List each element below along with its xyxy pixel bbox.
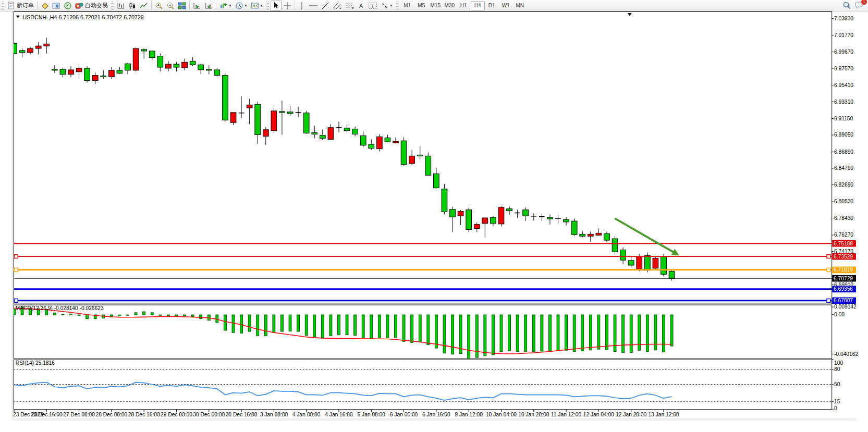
line-handle[interactable] bbox=[827, 255, 830, 258]
toolbar-grip[interactable] bbox=[266, 2, 269, 10]
text-button[interactable]: A bbox=[356, 1, 366, 11]
macd-histogram-bar bbox=[468, 315, 470, 360]
candle-body bbox=[117, 70, 123, 73]
macd-histogram-bar bbox=[427, 315, 430, 344]
timeframe-button-d1[interactable]: D1 bbox=[485, 1, 499, 10]
auto-trading-button[interactable]: 自动交易 bbox=[74, 1, 109, 11]
text-label-button[interactable]: T bbox=[366, 1, 379, 11]
candle-body bbox=[385, 138, 390, 142]
time-tick-label: 28 Dec 16:00 bbox=[128, 412, 160, 417]
fibonacci-button[interactable]: F bbox=[344, 1, 356, 11]
macd-histogram-bar bbox=[362, 315, 364, 338]
navigator-button[interactable] bbox=[51, 1, 62, 11]
macd-histogram-bar bbox=[191, 315, 194, 317]
time-tick-label: 11 Jan 12:00 bbox=[551, 412, 582, 417]
time-tick-label: 23 Dec 16:00 bbox=[31, 412, 63, 417]
timeframe-button-m15[interactable]: M15 bbox=[429, 1, 443, 10]
candle-body bbox=[312, 133, 317, 134]
timeframe-button-m30[interactable]: M30 bbox=[443, 1, 457, 10]
trendline-icon bbox=[321, 2, 329, 10]
macd-axis-label: 0.009142 bbox=[834, 304, 857, 310]
chevron-down-icon: ▼ bbox=[244, 4, 248, 7]
auto-scroll-button[interactable] bbox=[191, 1, 203, 11]
chart-shift-button[interactable] bbox=[203, 1, 214, 11]
macd-histogram-bar bbox=[500, 315, 503, 351]
price-line-label: 6.75189 bbox=[834, 241, 853, 246]
candle-body bbox=[571, 221, 577, 234]
chart-area[interactable]: USDCNH-,H4 6.71206 6.72021 6.70472 6.707… bbox=[0, 11, 868, 432]
periods-button[interactable]: ▼ bbox=[234, 1, 249, 11]
crosshair-icon bbox=[283, 2, 291, 10]
candle-body bbox=[393, 141, 399, 143]
crosshair-button[interactable] bbox=[282, 1, 293, 11]
zoom-in-button[interactable] bbox=[153, 1, 165, 11]
search-button[interactable] bbox=[841, 1, 853, 11]
line-handle[interactable] bbox=[14, 255, 18, 258]
candle-body bbox=[263, 130, 268, 137]
macd-histogram-bar bbox=[589, 315, 592, 350]
bar-chart-button[interactable] bbox=[115, 1, 127, 11]
new-order-button[interactable]: 新订单 bbox=[6, 1, 35, 11]
line-handle[interactable] bbox=[827, 268, 830, 271]
auto-trading-icon bbox=[75, 2, 83, 10]
arrows-button[interactable]: ▼ bbox=[379, 1, 395, 11]
candle-body bbox=[109, 70, 115, 77]
line-handle[interactable] bbox=[14, 299, 18, 302]
vertical-line-button[interactable] bbox=[297, 1, 307, 11]
candle-body bbox=[198, 65, 204, 70]
candle-body bbox=[214, 70, 220, 76]
toolbar-grip[interactable] bbox=[396, 2, 399, 10]
line-handle[interactable] bbox=[827, 299, 830, 302]
rsi-axis-label: 100 bbox=[834, 360, 843, 366]
price-tick-label: 6.86890 bbox=[834, 149, 853, 155]
candle-body bbox=[28, 48, 33, 53]
candle-body bbox=[482, 218, 488, 224]
window-bottom-edge bbox=[11, 418, 857, 421]
toolbar-grip[interactable] bbox=[2, 2, 4, 10]
text-icon: A bbox=[358, 2, 365, 10]
candlestick-chart-button[interactable] bbox=[127, 1, 138, 11]
cursor-button[interactable] bbox=[271, 1, 282, 11]
macd-histogram-bar bbox=[630, 315, 632, 352]
price-line-label: 6.70729 bbox=[834, 276, 853, 281]
macd-histogram-bar bbox=[289, 315, 291, 331]
timeframe-button-h4[interactable]: H4 bbox=[471, 1, 485, 10]
horizontal-line-button[interactable] bbox=[307, 1, 320, 11]
macd-histogram-bar bbox=[549, 315, 552, 351]
zoom-out-button[interactable] bbox=[165, 1, 176, 11]
navigator-icon bbox=[52, 2, 60, 10]
price-line-label: 6.69356 bbox=[834, 286, 853, 292]
candle-body bbox=[328, 128, 334, 140]
tile-windows-button[interactable] bbox=[176, 1, 188, 11]
timeframe-button-w1[interactable]: W1 bbox=[499, 1, 513, 10]
macd-histogram-bar bbox=[159, 315, 162, 315]
strategy-tester-button[interactable] bbox=[62, 1, 74, 11]
toolbar-grip[interactable] bbox=[111, 2, 114, 10]
candle-body bbox=[604, 233, 610, 240]
equidistant-channel-button[interactable]: E bbox=[331, 1, 344, 11]
macd-histogram-bar bbox=[135, 313, 137, 315]
macd-histogram-bar bbox=[329, 315, 332, 336]
line-chart-button[interactable] bbox=[138, 1, 150, 11]
timeframe-button-h1[interactable]: H1 bbox=[457, 1, 471, 10]
time-tick-label: 4 Jan 16:00 bbox=[325, 412, 353, 417]
candle-body bbox=[52, 69, 57, 70]
notifications-button[interactable]: 1 bbox=[853, 1, 865, 11]
timeframe-group: M1M5M15M30H1H4D1W1MN bbox=[400, 1, 527, 10]
templates-button[interactable]: ▼ bbox=[249, 1, 265, 11]
timeframe-button-mn[interactable]: MN bbox=[513, 1, 527, 10]
candle-body bbox=[125, 64, 131, 70]
line-handle[interactable] bbox=[14, 268, 18, 271]
candle-body bbox=[580, 234, 585, 236]
timeframe-button-m5[interactable]: M5 bbox=[414, 1, 429, 10]
macd-histogram-bar bbox=[273, 315, 275, 332]
trendline-button[interactable] bbox=[320, 1, 331, 11]
macd-histogram-bar bbox=[321, 315, 324, 338]
chart-title: USDCNH-,H4 6.71206 6.72021 6.70472 6.707… bbox=[23, 14, 144, 20]
price-tick-label: 6.99670 bbox=[834, 49, 853, 55]
market-watch-button[interactable] bbox=[39, 1, 51, 11]
candle-body bbox=[255, 104, 261, 134]
timeframe-button-m1[interactable]: M1 bbox=[400, 1, 414, 10]
price-tick-label: 6.82690 bbox=[834, 182, 853, 188]
indicators-button[interactable]: ▼ bbox=[218, 1, 234, 11]
